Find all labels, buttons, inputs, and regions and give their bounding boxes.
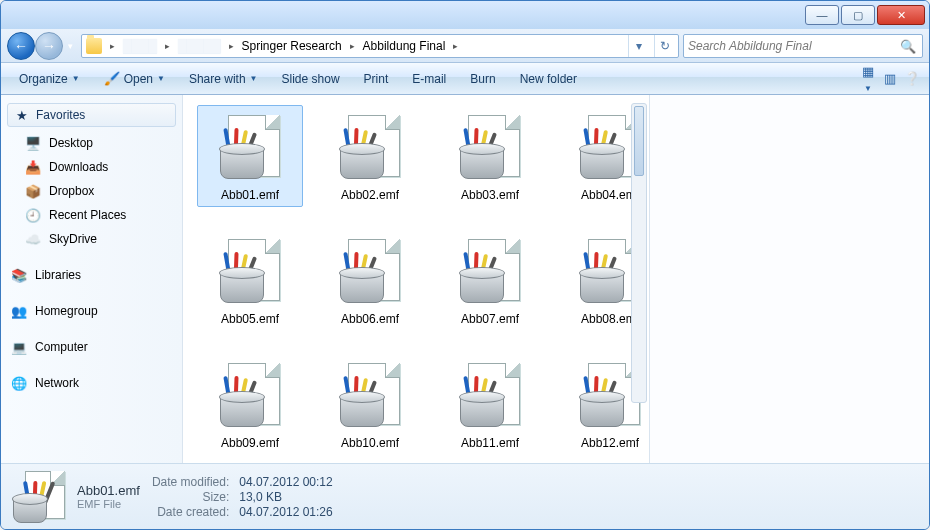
file-thumbnail bbox=[214, 236, 286, 306]
computer-icon: 💻 bbox=[11, 339, 27, 355]
sidebar-item-skydrive[interactable]: ☁️SkyDrive bbox=[1, 227, 182, 251]
details-created-label: Date created: bbox=[152, 505, 229, 519]
file-thumbnail bbox=[454, 112, 526, 182]
file-item[interactable]: Abb05.emf bbox=[197, 229, 303, 331]
file-item[interactable]: Abb11.emf bbox=[437, 353, 543, 455]
sidebar-item-computer[interactable]: 💻Computer bbox=[1, 335, 182, 359]
back-button[interactable]: ← bbox=[7, 32, 35, 60]
chevron-right-icon: ▸ bbox=[165, 41, 170, 51]
libraries-icon: 📚 bbox=[11, 267, 27, 283]
sidebar-item-recent[interactable]: 🕘Recent Places bbox=[1, 203, 182, 227]
file-name-label: Abb03.emf bbox=[461, 188, 519, 202]
titlebar: — ▢ ✕ bbox=[1, 1, 929, 29]
breadcrumb-segment[interactable]: Abbildung Final bbox=[363, 39, 446, 53]
file-thumbnail bbox=[214, 112, 286, 182]
sidebar-item-network[interactable]: 🌐Network bbox=[1, 371, 182, 395]
file-item[interactable]: Abb07.emf bbox=[437, 229, 543, 331]
help-button[interactable]: ❔ bbox=[903, 71, 921, 86]
favorites-label: Favorites bbox=[36, 108, 85, 122]
scrollbar-thumb[interactable] bbox=[634, 106, 644, 176]
file-item[interactable]: Abb02.emf bbox=[317, 105, 423, 207]
explorer-window: — ▢ ✕ ← → ▾ ▸ ████ ▸ █████ ▸ Springer Re… bbox=[0, 0, 930, 530]
file-name-label: Abb06.emf bbox=[341, 312, 399, 326]
refresh-button[interactable]: ↻ bbox=[654, 35, 674, 57]
file-name-label: Abb10.emf bbox=[341, 436, 399, 450]
file-thumbnail bbox=[334, 236, 406, 306]
file-item[interactable]: Abb03.emf bbox=[437, 105, 543, 207]
maximize-button[interactable]: ▢ bbox=[841, 5, 875, 25]
search-icon: 🔍 bbox=[900, 39, 916, 54]
minimize-button[interactable]: — bbox=[805, 5, 839, 25]
slideshow-button[interactable]: Slide show bbox=[272, 68, 350, 90]
details-filetype: EMF File bbox=[77, 498, 140, 510]
scrollbar[interactable] bbox=[631, 103, 647, 403]
details-modified-label: Date modified: bbox=[152, 475, 229, 489]
sidebar: ★ Favorites 🖥️Desktop 📥Downloads 📦Dropbo… bbox=[1, 95, 183, 463]
file-item[interactable]: Abb01.emf bbox=[197, 105, 303, 207]
file-name-label: Abb11.emf bbox=[461, 436, 519, 450]
file-thumbnail bbox=[454, 236, 526, 306]
file-view[interactable]: Abb01.emfAbb02.emfAbb03.emfAbb04.emfAbb0… bbox=[183, 95, 649, 463]
skydrive-icon: ☁️ bbox=[25, 231, 41, 247]
print-button[interactable]: Print bbox=[354, 68, 399, 90]
folder-icon bbox=[86, 38, 102, 54]
details-modified[interactable]: 04.07.2012 00:12 bbox=[239, 475, 332, 489]
open-button[interactable]: 🖌️ Open ▼ bbox=[94, 67, 175, 91]
file-name-label: Abb12.emf bbox=[581, 436, 639, 450]
toolbar: Organize ▼ 🖌️ Open ▼ Share with ▼ Slide … bbox=[1, 63, 929, 95]
close-button[interactable]: ✕ bbox=[877, 5, 925, 25]
sidebar-item-downloads[interactable]: 📥Downloads bbox=[1, 155, 182, 179]
breadcrumb-hidden[interactable]: █████ bbox=[178, 39, 221, 53]
recent-icon: 🕘 bbox=[25, 207, 41, 223]
file-name-label: Abb07.emf bbox=[461, 312, 519, 326]
file-item[interactable]: Abb10.emf bbox=[317, 353, 423, 455]
details-size-label: Size: bbox=[152, 490, 229, 504]
nav-history: ← → ▾ bbox=[7, 32, 77, 60]
sidebar-item-libraries[interactable]: 📚Libraries bbox=[1, 263, 182, 287]
search-placeholder: Search Abbildung Final bbox=[688, 39, 812, 53]
file-item[interactable]: Abb06.emf bbox=[317, 229, 423, 331]
details-filename: Abb01.emf bbox=[77, 483, 140, 498]
organize-button[interactable]: Organize ▼ bbox=[9, 68, 90, 90]
chevron-right-icon: ▸ bbox=[110, 41, 115, 51]
sidebar-item-desktop[interactable]: 🖥️Desktop bbox=[1, 131, 182, 155]
chevron-right-icon: ▸ bbox=[229, 41, 234, 51]
new-folder-button[interactable]: New folder bbox=[510, 68, 587, 90]
sidebar-item-homegroup[interactable]: 👥Homegroup bbox=[1, 299, 182, 323]
forward-button[interactable]: → bbox=[35, 32, 63, 60]
address-dropdown[interactable]: ▾ bbox=[628, 35, 648, 57]
details-pane: Abb01.emf EMF File Date modified: 04.07.… bbox=[1, 463, 929, 529]
file-thumbnail bbox=[334, 112, 406, 182]
file-item[interactable]: Abb09.emf bbox=[197, 353, 303, 455]
search-input[interactable]: Search Abbildung Final 🔍 bbox=[683, 34, 923, 58]
share-with-button[interactable]: Share with ▼ bbox=[179, 68, 268, 90]
details-size[interactable]: 13,0 KB bbox=[239, 490, 332, 504]
favorites-header[interactable]: ★ Favorites bbox=[7, 103, 176, 127]
body: ★ Favorites 🖥️Desktop 📥Downloads 📦Dropbo… bbox=[1, 95, 929, 463]
file-name-label: Abb02.emf bbox=[341, 188, 399, 202]
breadcrumb-hidden[interactable]: ████ bbox=[123, 39, 157, 53]
email-button[interactable]: E-mail bbox=[402, 68, 456, 90]
breadcrumb-segment[interactable]: Springer Research bbox=[242, 39, 342, 53]
history-dropdown[interactable]: ▾ bbox=[63, 41, 77, 51]
address-bar[interactable]: ▸ ████ ▸ █████ ▸ Springer Research ▸ Abb… bbox=[81, 34, 679, 58]
file-name-label: Abb09.emf bbox=[221, 436, 279, 450]
details-properties: Date modified: 04.07.2012 00:12 Size: 13… bbox=[152, 475, 333, 519]
sidebar-item-dropbox[interactable]: 📦Dropbox bbox=[1, 179, 182, 203]
network-icon: 🌐 bbox=[11, 375, 27, 391]
navbar: ← → ▾ ▸ ████ ▸ █████ ▸ Springer Research… bbox=[1, 29, 929, 63]
dropbox-icon: 📦 bbox=[25, 183, 41, 199]
view-options-button[interactable]: ▦ ▼ bbox=[859, 64, 877, 94]
download-icon: 📥 bbox=[25, 159, 41, 175]
file-name-label: Abb05.emf bbox=[221, 312, 279, 326]
details-created[interactable]: 04.07.2012 01:26 bbox=[239, 505, 332, 519]
burn-button[interactable]: Burn bbox=[460, 68, 505, 90]
file-thumbnail bbox=[454, 360, 526, 430]
file-thumbnail bbox=[334, 360, 406, 430]
desktop-icon: 🖥️ bbox=[25, 135, 41, 151]
details-name-block: Abb01.emf EMF File bbox=[77, 483, 140, 510]
star-icon: ★ bbox=[14, 107, 30, 123]
open-icon: 🖌️ bbox=[104, 71, 120, 87]
details-thumbnail bbox=[13, 471, 65, 523]
preview-pane-button[interactable]: ▥ bbox=[881, 71, 899, 86]
